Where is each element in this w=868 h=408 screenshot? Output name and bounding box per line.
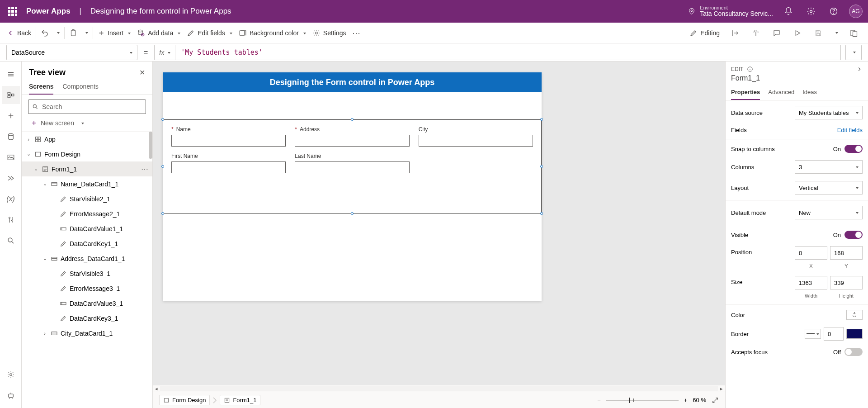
color-picker[interactable] — [846, 310, 863, 320]
tree-node-screen[interactable]: ⌄ Form Design — [22, 147, 152, 161]
field-lastname[interactable]: Last Name — [295, 153, 409, 173]
tree-node-datacard[interactable]: ⌄ Address_DataCard1_1 — [22, 251, 152, 266]
add-data-button[interactable]: Add data — [135, 27, 182, 39]
address-input[interactable] — [295, 135, 409, 147]
share-icon[interactable] — [728, 26, 742, 40]
name-input[interactable] — [171, 135, 286, 147]
paste-dropdown[interactable] — [82, 30, 90, 36]
rail-data[interactable] — [2, 128, 20, 146]
tree-node[interactable]: DataCardValue1_1 — [22, 221, 152, 236]
width-input[interactable] — [795, 276, 827, 289]
tree-node-form[interactable]: ⌄ Form1_1 ⋯ — [22, 161, 152, 176]
position-y-input[interactable] — [830, 246, 863, 260]
tree-node[interactable]: DataCardValue3_1 — [22, 296, 152, 311]
resize-handle[interactable] — [540, 212, 543, 215]
field-address[interactable]: *Address — [295, 126, 409, 147]
undo-dropdown[interactable] — [53, 30, 61, 36]
fx-icon[interactable]: fx — [155, 45, 175, 60]
border-style-select[interactable] — [805, 329, 821, 339]
tree-node[interactable]: DataCardKey1_1 — [22, 236, 152, 251]
visible-toggle[interactable] — [844, 231, 863, 239]
field-city[interactable]: City — [419, 126, 533, 147]
comments-icon[interactable] — [769, 26, 784, 40]
app-canvas[interactable]: Designing the Form control in Power Apps… — [163, 72, 542, 301]
rail-power-automate[interactable] — [2, 169, 20, 187]
tab-screens[interactable]: Screens — [29, 83, 53, 95]
resize-handle[interactable] — [351, 212, 354, 215]
resize-handle[interactable] — [540, 165, 543, 168]
resize-handle[interactable] — [351, 118, 354, 121]
tree-node[interactable]: ErrorMessage3_1 — [22, 281, 152, 296]
border-color-swatch[interactable] — [846, 329, 863, 339]
resize-handle[interactable] — [161, 118, 164, 121]
collapse-icon[interactable] — [856, 66, 863, 72]
border-width-input[interactable] — [824, 327, 844, 341]
publish-icon[interactable] — [846, 26, 861, 40]
default-mode-select[interactable]: New — [795, 206, 863, 219]
settings-button[interactable]: Settings — [311, 27, 348, 39]
edit-fields-button[interactable]: Edit fields — [185, 27, 234, 39]
accepts-focus-toggle[interactable] — [844, 348, 863, 356]
tree-node-app[interactable]: › App — [22, 132, 152, 147]
rail-hamburger[interactable] — [2, 65, 20, 83]
zoom-slider[interactable] — [606, 400, 679, 401]
avatar[interactable]: AG — [849, 5, 863, 18]
formula-expand[interactable] — [845, 45, 862, 60]
waffle-icon[interactable] — [5, 4, 20, 19]
rail-settings[interactable] — [2, 365, 20, 384]
save-icon[interactable] — [811, 26, 826, 40]
snap-toggle[interactable] — [844, 145, 863, 153]
more-commands[interactable]: ⋯ — [350, 26, 362, 40]
tree-node-datacard[interactable]: ⌄ Name_DataCard1_1 — [22, 176, 152, 191]
resize-handle[interactable] — [540, 118, 543, 121]
tab-components[interactable]: Components — [62, 83, 98, 95]
fit-screen-icon[interactable] — [712, 397, 719, 404]
settings-icon[interactable] — [804, 4, 818, 19]
firstname-input[interactable] — [171, 161, 286, 173]
rail-search[interactable] — [2, 232, 20, 250]
tree-node[interactable]: StarVisible3_1 — [22, 266, 152, 281]
resize-handle[interactable] — [161, 212, 164, 215]
breadcrumb-control[interactable]: Form1_1 — [220, 395, 260, 405]
layout-select[interactable]: Vertical — [795, 181, 863, 195]
help-icon[interactable] — [826, 4, 841, 19]
field-firstname[interactable]: First Name — [171, 153, 286, 173]
rail-virtual-agent[interactable] — [2, 386, 20, 404]
resize-handle[interactable] — [161, 165, 164, 168]
tree-node[interactable]: StarVisible2_1 — [22, 191, 152, 206]
tree-node[interactable]: ErrorMessage2_1 — [22, 206, 152, 221]
tree-close-icon[interactable]: ✕ — [139, 68, 145, 77]
position-x-input[interactable] — [795, 246, 827, 260]
height-input[interactable] — [830, 276, 863, 289]
bg-color-button[interactable]: Background color — [237, 27, 308, 39]
checker-icon[interactable] — [749, 26, 763, 40]
tab-properties[interactable]: Properties — [731, 86, 760, 100]
back-button[interactable]: Back — [5, 27, 33, 39]
form-control[interactable]: *Name *Address City First Name — [163, 119, 542, 213]
scroll-right-icon[interactable]: ▸ — [718, 386, 725, 392]
tree-node-datacard[interactable]: › City_DataCard1_1 — [22, 326, 152, 341]
rail-tools[interactable] — [2, 211, 20, 229]
rail-tree-view[interactable] — [2, 86, 20, 104]
tab-ideas[interactable]: Ideas — [802, 86, 817, 100]
property-selector[interactable]: DataSource — [6, 45, 137, 60]
info-icon[interactable] — [747, 66, 753, 72]
notifications-icon[interactable] — [781, 4, 796, 19]
canvas-horizontal-scroll[interactable]: ◂ ▸ — [153, 385, 725, 392]
insert-button[interactable]: Insert — [96, 28, 132, 38]
save-dropdown[interactable] — [832, 30, 840, 36]
scroll-left-icon[interactable]: ◂ — [153, 386, 160, 392]
new-screen-button[interactable]: New screen — [22, 119, 152, 131]
zoom-out-button[interactable]: − — [597, 397, 601, 403]
editing-mode[interactable]: Editing — [688, 27, 722, 39]
tab-advanced[interactable]: Advanced — [768, 86, 794, 100]
edit-fields-link[interactable]: Edit fields — [837, 127, 863, 133]
breadcrumb-screen[interactable]: Form Design — [159, 395, 210, 405]
node-more-icon[interactable]: ⋯ — [141, 165, 149, 173]
play-icon[interactable] — [790, 26, 805, 40]
zoom-in-button[interactable]: + — [684, 397, 688, 403]
rail-media[interactable] — [2, 148, 20, 166]
undo-button[interactable] — [39, 27, 51, 39]
rail-insert[interactable] — [2, 107, 20, 125]
data-source-select[interactable]: My Students tables — [795, 106, 863, 119]
